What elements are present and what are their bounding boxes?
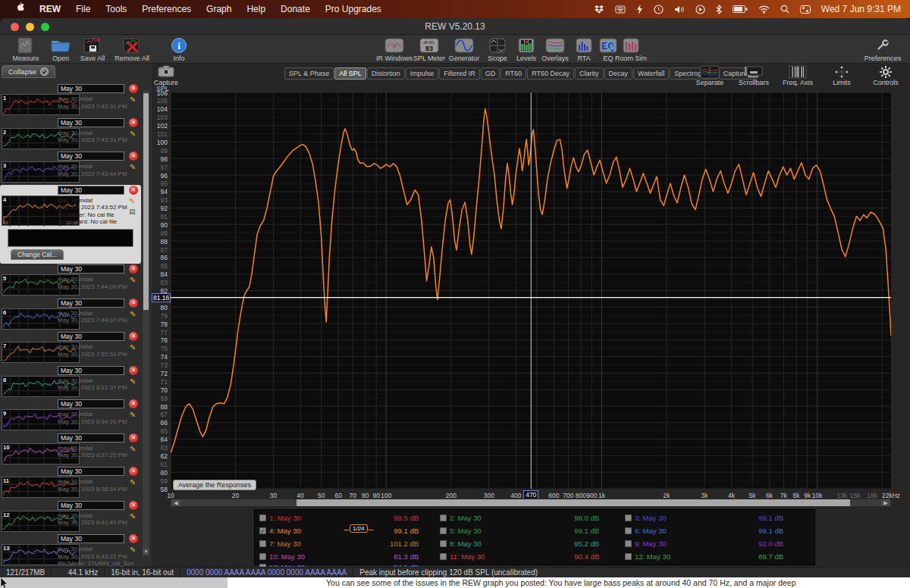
spl-chart-plot-area[interactable] bbox=[171, 92, 891, 489]
legend-label[interactable]: 12: May 30 bbox=[635, 552, 670, 561]
delete-measurement-icon[interactable]: ✕ bbox=[129, 501, 138, 510]
average-responses-button[interactable]: Average the Responses bbox=[173, 480, 256, 490]
scrollbars-button[interactable]: Scrollbars bbox=[736, 65, 772, 86]
menu-item-graph[interactable]: Graph bbox=[199, 0, 239, 18]
legend-label[interactable]: 8: May 30 bbox=[450, 540, 482, 548]
measurement-name-input[interactable] bbox=[58, 433, 124, 443]
edit-measurement-icon[interactable]: ✎ bbox=[130, 163, 136, 171]
measurement-entry-11[interactable]: ✕ 11may 30.mdatMay 30, 2023 8:38:54 PM✎ bbox=[0, 466, 141, 499]
measurement-name-input[interactable] bbox=[58, 534, 124, 543]
tab-clarity[interactable]: Clarity bbox=[575, 67, 604, 80]
document-icon[interactable]: ▤ bbox=[129, 208, 136, 215]
measurement-entry-4[interactable]: ✕ 42020 dBmay 30.mdatMay 30, 2023 7:43:5… bbox=[0, 185, 141, 264]
menu-item-help[interactable]: Help bbox=[239, 0, 273, 18]
edit-measurement-icon[interactable]: ✎ bbox=[130, 546, 136, 554]
measurement-name-input[interactable] bbox=[58, 399, 124, 408]
legend-label[interactable]: 9: May 30 bbox=[635, 540, 667, 548]
notes-box[interactable] bbox=[8, 229, 133, 247]
edit-measurement-icon[interactable]: ✎ bbox=[130, 411, 136, 419]
edit-measurement-icon[interactable]: ✎ bbox=[130, 130, 136, 138]
room-sim-button[interactable]: Room Sim bbox=[611, 37, 651, 62]
legend-label[interactable]: 10: May 30 bbox=[269, 552, 305, 561]
measurement-name-input[interactable] bbox=[58, 299, 124, 308]
controls-button[interactable]: Controls bbox=[868, 65, 904, 86]
menu-item-tools[interactable]: Tools bbox=[98, 0, 134, 18]
separate-button[interactable]: Separate bbox=[692, 65, 728, 86]
battery-icon[interactable] bbox=[733, 5, 748, 13]
edit-measurement-icon[interactable]: ✎ bbox=[130, 276, 136, 284]
clock-icon[interactable] bbox=[654, 5, 664, 14]
measure-button[interactable]: Measure bbox=[6, 37, 46, 62]
menu-clock[interactable]: Wed 7 Jun 9:31 PM bbox=[821, 4, 901, 14]
info-button[interactable]: i Info bbox=[159, 37, 199, 62]
edit-measurement-icon[interactable]: ✎ bbox=[130, 343, 136, 352]
tab-waterfall[interactable]: Waterfall bbox=[633, 67, 669, 80]
measurement-name-input[interactable] bbox=[58, 84, 124, 93]
measurement-name-input[interactable] bbox=[58, 186, 124, 195]
legend-label[interactable]: 7: May 30 bbox=[269, 540, 301, 548]
legend-checkbox[interactable] bbox=[625, 553, 632, 560]
tab-gd[interactable]: GD bbox=[481, 67, 500, 80]
delete-measurement-icon[interactable]: ✕ bbox=[129, 118, 138, 127]
search-icon[interactable] bbox=[780, 5, 789, 14]
freq-axis-button[interactable]: Freq. Axis bbox=[780, 65, 816, 86]
edit-measurement-icon[interactable]: ✎ bbox=[130, 512, 136, 521]
measurement-entry-12[interactable]: ✕ 12may 30.mdatMay 30, 2023 8:41:49 PM✎ bbox=[0, 500, 141, 533]
menu-item-preferences[interactable]: Preferences bbox=[134, 0, 199, 18]
flash-icon[interactable] bbox=[636, 5, 643, 14]
sidebar-scrollbar[interactable]: ▼ bbox=[142, 89, 150, 556]
delete-measurement-icon[interactable]: ✕ bbox=[129, 467, 138, 476]
legend-checkbox[interactable] bbox=[625, 514, 632, 521]
limits-button[interactable]: Limits bbox=[824, 65, 860, 86]
legend-checkbox[interactable] bbox=[440, 540, 447, 547]
legend-checkbox[interactable] bbox=[625, 527, 632, 534]
measurement-entry-5[interactable]: ✕ 5may 30.mdatMay 30, 2023 7:44:00 PM✎ bbox=[0, 264, 141, 297]
menu-item-rew[interactable]: REW bbox=[32, 0, 68, 18]
control-center-icon[interactable] bbox=[800, 5, 811, 14]
delete-measurement-icon[interactable]: ✕ bbox=[129, 299, 138, 308]
delete-measurement-icon[interactable]: ✕ bbox=[129, 332, 138, 341]
menu-item-donate[interactable]: Donate bbox=[273, 0, 318, 18]
legend-checkbox[interactable] bbox=[625, 540, 632, 547]
tab-all-spl[interactable]: All SPL bbox=[334, 67, 366, 80]
measurement-name-input[interactable] bbox=[58, 332, 124, 341]
measurement-entry-3[interactable]: ✕ 3may 30.mdatMay 30, 2023 7:43:44 PM✎ bbox=[0, 151, 141, 184]
play-icon[interactable] bbox=[695, 5, 705, 14]
edit-measurement-icon[interactable]: ✎ bbox=[130, 95, 136, 104]
legend-checkbox[interactable] bbox=[259, 514, 266, 521]
scroll-right-arrow[interactable]: ▶ bbox=[881, 499, 890, 506]
legend-label[interactable]: 5: May 30 bbox=[450, 527, 482, 535]
tab-decay[interactable]: Decay bbox=[604, 67, 633, 80]
sidebar-scroll-down-arrow[interactable]: ▼ bbox=[143, 548, 149, 555]
edit-measurement-icon[interactable]: ✎ bbox=[130, 310, 136, 318]
graph-scrollbar-thumb[interactable] bbox=[297, 499, 850, 506]
legend-label[interactable]: 6: May 30 bbox=[635, 527, 667, 535]
window-title-bar[interactable]: REW V5.20.13 bbox=[0, 18, 910, 35]
legend-checkbox[interactable] bbox=[440, 527, 447, 534]
measurement-entry-6[interactable]: ✕ 6may 30.mdatMay 30, 2023 7:44:07 PM✎ bbox=[0, 298, 141, 331]
delete-measurement-icon[interactable]: ✕ bbox=[129, 186, 138, 195]
measurement-name-input[interactable] bbox=[58, 152, 124, 161]
tab-impulse[interactable]: Impulse bbox=[406, 67, 439, 80]
measurement-entry-8[interactable]: ✕ 8may 30.mdatMay 30, 2023 8:21:37 PM✎ bbox=[0, 365, 141, 399]
legend-label[interactable]: 4: May 30 bbox=[269, 527, 301, 535]
apple-menu[interactable] bbox=[8, 0, 32, 18]
remove-all-button[interactable]: Remove All bbox=[112, 37, 152, 62]
measurement-entry-13[interactable]: ✕ 13may 30.mdatMay 30, 2023 8:43:22 PMMi… bbox=[0, 533, 141, 567]
spl-meter-button[interactable]: dB SPL83 SPL Meter bbox=[410, 37, 449, 62]
tab-filtered-ir[interactable]: Filtered IR bbox=[439, 67, 480, 80]
delete-measurement-icon[interactable]: ✕ bbox=[129, 433, 138, 443]
collapse-button[interactable]: Collapse bbox=[2, 65, 55, 78]
delete-measurement-icon[interactable]: ✕ bbox=[129, 399, 138, 408]
menu-item-file[interactable]: File bbox=[68, 0, 98, 18]
delete-measurement-icon[interactable]: ✕ bbox=[129, 152, 138, 161]
bluetooth-icon[interactable] bbox=[716, 5, 722, 14]
measurement-entry-10[interactable]: ✕ 10may 30.mdatMay 30, 2023 8:37:25 PM✎ bbox=[0, 433, 141, 466]
trace-color-icon[interactable]: ✎ bbox=[129, 197, 136, 205]
delete-measurement-icon[interactable]: ✕ bbox=[129, 366, 138, 375]
legend-checkbox[interactable] bbox=[440, 514, 447, 521]
edit-measurement-icon[interactable]: ✎ bbox=[130, 445, 136, 453]
measurement-name-input[interactable] bbox=[58, 264, 124, 274]
wifi-icon[interactable] bbox=[758, 5, 770, 14]
legend-label[interactable]: 11: May 30 bbox=[450, 552, 485, 561]
